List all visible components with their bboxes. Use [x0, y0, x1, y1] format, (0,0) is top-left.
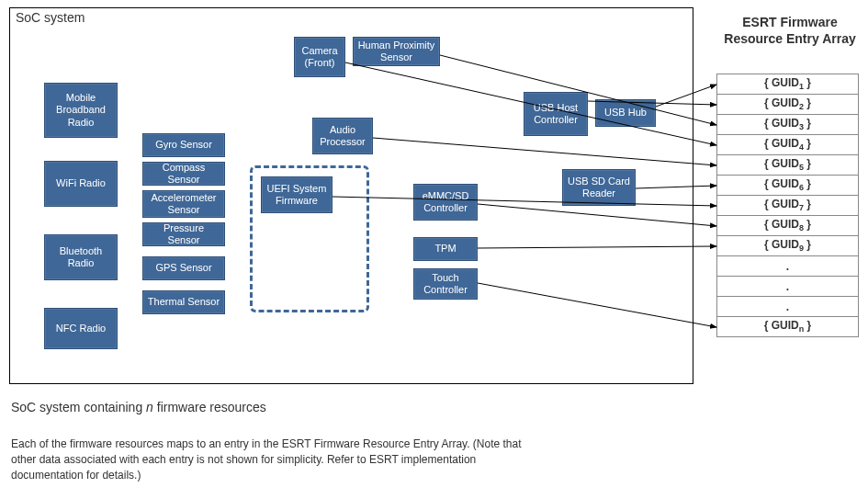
- block-mobile-broadband-radio: Mobile Broadband Radio: [44, 83, 118, 138]
- block-gyro-sensor: Gyro Sensor: [142, 133, 225, 157]
- block-camera-front: Camera (Front): [294, 37, 345, 77]
- block-emmc-sd-controller: eMMC/SD Controller: [413, 184, 478, 221]
- esrt-row: { GUID7 }: [717, 196, 859, 216]
- block-thermal-sensor: Thermal Sensor: [142, 290, 225, 314]
- block-usb-host-controller: USB Host Controller: [524, 92, 588, 136]
- block-touch-controller: Touch Controller: [413, 268, 478, 300]
- esrt-row: { GUID5 }: [717, 155, 859, 176]
- esrt-row: { GUID9 }: [717, 236, 859, 256]
- soc-title: SoC system: [16, 10, 85, 25]
- block-tpm: TPM: [413, 237, 478, 261]
- esrt-row: { GUID1 }: [717, 74, 859, 95]
- block-accelerometer-sensor: Accelerometer Sensor: [142, 190, 225, 218]
- description: Each of the firmware resources maps to a…: [11, 437, 525, 482]
- block-human-proximity-sensor: Human Proximity Sensor: [353, 37, 440, 66]
- block-uefi-system-firmware: UEFI System Firmware: [261, 176, 333, 213]
- block-compass-sensor: Compass Sensor: [142, 162, 225, 186]
- block-gps-sensor: GPS Sensor: [142, 256, 225, 280]
- esrt-row: { GUID4 }: [717, 135, 859, 155]
- block-usb-hub: USB Hub: [595, 99, 656, 127]
- esrt-title: ESRT Firmware Resource Entry Array: [716, 14, 863, 47]
- esrt-row: { GUID6 }: [717, 176, 859, 196]
- block-nfc-radio: NFC Radio: [44, 308, 118, 349]
- block-audio-processor: Audio Processor: [312, 118, 373, 154]
- esrt-row: { GUID2 }: [717, 95, 859, 115]
- esrt-table: { GUID1 }{ GUID2 }{ GUID3 }{ GUID4 }{ GU…: [716, 74, 859, 337]
- esrt-row: .: [717, 277, 859, 297]
- esrt-row: .: [717, 297, 859, 317]
- block-usb-sd-card-reader: USB SD Card Reader: [562, 169, 636, 206]
- esrt-row: { GUID8 }: [717, 216, 859, 236]
- block-pressure-sensor: Pressure Sensor: [142, 222, 225, 246]
- caption: SoC system containing n firmware resourc…: [11, 400, 266, 414]
- block-bluetooth-radio: Bluetooth Radio: [44, 234, 118, 280]
- esrt-row: .: [717, 256, 859, 277]
- esrt-row: { GUIDn }: [717, 317, 859, 337]
- esrt-row: { GUID3 }: [717, 115, 859, 135]
- block-wifi-radio: WiFi Radio: [44, 161, 118, 207]
